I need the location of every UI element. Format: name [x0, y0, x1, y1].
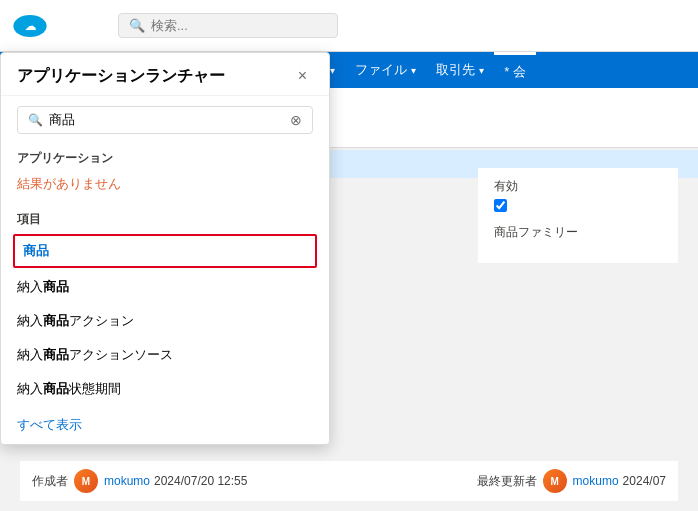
launcher-item-delivered-product-action-label: 納入商品アクション — [17, 312, 134, 330]
app-launcher-close-button[interactable]: × — [292, 65, 313, 87]
search-icon: 🔍 — [129, 18, 145, 33]
top-nav-bar: ☁ 🔍 — [0, 0, 698, 52]
launcher-item-delivered-product[interactable]: 納入商品 — [1, 270, 329, 304]
app-launcher-search-input[interactable] — [49, 113, 290, 128]
nav-item-active[interactable]: * 会 — [494, 52, 536, 88]
chevron-down-icon: ▾ — [330, 65, 335, 76]
app-launcher-title: アプリケーションランチャー — [17, 66, 225, 87]
launcher-item-delivered-product-action[interactable]: 納入商品アクション — [1, 304, 329, 338]
show-all-link[interactable]: すべて表示 — [1, 406, 329, 444]
last-modified-date: 2024/07 — [623, 474, 666, 488]
author-date: 2024/07/20 12:55 — [154, 474, 247, 488]
last-modified-label: 最終更新者 — [477, 473, 537, 490]
salesforce-logo-icon: ☁ — [12, 8, 48, 44]
items-section-title: 項目 — [1, 203, 329, 232]
last-modified-name[interactable]: mokumo — [573, 474, 619, 488]
app-launcher-search-area: 🔍 ⊗ — [1, 96, 329, 144]
no-results-label: 結果がありません — [1, 171, 329, 203]
global-search-bar[interactable]: 🔍 — [118, 13, 338, 38]
active-label: 有効 — [494, 178, 662, 195]
app-launcher-panel: アプリケーションランチャー × 🔍 ⊗ アプリケーション 結果がありません 項目… — [0, 52, 330, 445]
chevron-down-icon: ▾ — [479, 65, 484, 76]
last-modified-section: 最終更新者 M mokumo 2024/07 — [477, 469, 666, 493]
chevron-down-icon: ▾ — [411, 65, 416, 76]
launcher-item-delivered-product-status-period-label: 納入商品状態期間 — [17, 380, 121, 398]
global-search-input[interactable] — [151, 18, 327, 33]
launcher-item-delivered-product-action-source-label: 納入商品アクションソース — [17, 346, 173, 364]
active-checkbox[interactable] — [494, 199, 507, 212]
app-launcher-header: アプリケーションランチャー × — [1, 53, 329, 96]
nav-item-accounts[interactable]: 取引先 ▾ — [426, 52, 494, 88]
author-name[interactable]: mokumo — [104, 474, 150, 488]
app-launcher-search-box[interactable]: 🔍 ⊗ — [17, 106, 313, 134]
last-modified-avatar: M — [543, 469, 567, 493]
nav-item-files[interactable]: ファイル ▾ — [345, 52, 426, 88]
applications-section-title: アプリケーション — [1, 144, 329, 171]
author-label: 作成者 — [32, 473, 68, 490]
clear-search-icon[interactable]: ⊗ — [290, 112, 302, 128]
launcher-item-product-label: 商品 — [23, 242, 49, 260]
right-side-panel: 有効 商品ファミリー — [478, 168, 678, 263]
active-checkbox-row — [494, 199, 662, 212]
launcher-item-delivered-product-label: 納入商品 — [17, 278, 69, 296]
author-avatar: M — [74, 469, 98, 493]
svg-text:☁: ☁ — [25, 20, 36, 32]
launcher-item-delivered-product-action-source[interactable]: 納入商品アクションソース — [1, 338, 329, 372]
launcher-item-delivered-product-status-period[interactable]: 納入商品状態期間 — [1, 372, 329, 406]
search-icon: 🔍 — [28, 113, 43, 127]
author-section: 作成者 M mokumo 2024/07/20 12:55 — [32, 469, 247, 493]
launcher-item-product[interactable]: 商品 — [13, 234, 317, 268]
author-row: 作成者 M mokumo 2024/07/20 12:55 最終更新者 M mo… — [20, 461, 678, 501]
family-label: 商品ファミリー — [494, 224, 662, 241]
